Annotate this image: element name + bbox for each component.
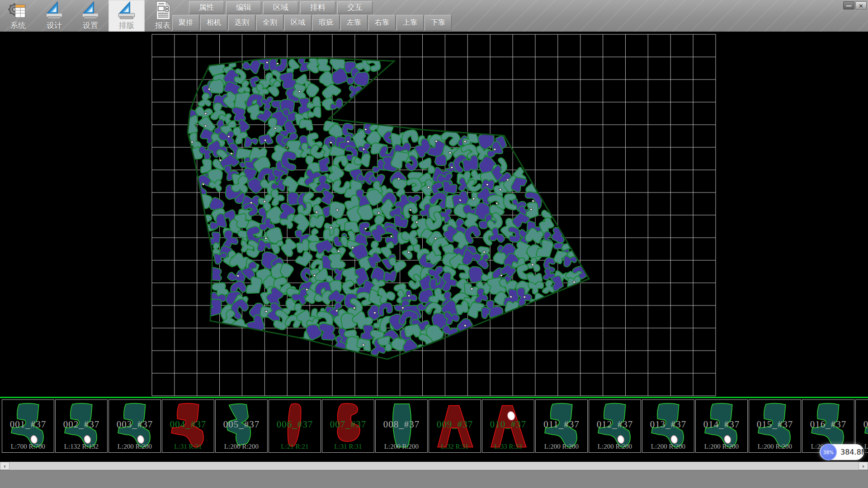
tool-button-label: 右靠 bbox=[375, 18, 389, 28]
piece-label: 002_#37 bbox=[56, 419, 107, 430]
menu-button-label: 排料 bbox=[310, 2, 326, 13]
piece-label: 001_#37 bbox=[2, 419, 54, 430]
menu-button-1[interactable]: 属性 bbox=[189, 1, 224, 14]
menu-button-3[interactable]: 区域 bbox=[263, 1, 298, 14]
menu-button-4[interactable]: 排料 bbox=[300, 1, 335, 14]
piece-label: 003_#37 bbox=[109, 419, 160, 430]
tool-button-8[interactable]: 右靠 bbox=[368, 15, 396, 31]
tool-button-1[interactable]: 聚排 bbox=[172, 15, 199, 31]
set-square-icon bbox=[116, 1, 137, 20]
thumbnail-cell-14[interactable]: 014_#37L:200 R:200 bbox=[695, 399, 748, 453]
thumbnail-cell-5[interactable]: 005_#37L:200 R:200 bbox=[215, 399, 268, 453]
scroll-right-button[interactable]: › bbox=[859, 462, 868, 470]
tool-button-4[interactable]: 全割 bbox=[256, 15, 283, 31]
piece-label: 012_#37 bbox=[589, 419, 641, 430]
minimize-button[interactable]: — bbox=[843, 1, 854, 9]
tool-button-3[interactable]: 选割 bbox=[228, 15, 255, 31]
piece-label: 015_#37 bbox=[749, 419, 801, 430]
progress-percent: 38% bbox=[823, 450, 834, 455]
nav-button-3[interactable]: 设置 bbox=[72, 0, 108, 32]
close-icon: × bbox=[859, 2, 863, 9]
nav-button-2[interactable]: 设计 bbox=[36, 0, 72, 32]
nav-button-label: 设计 bbox=[47, 20, 62, 31]
piece-lr-count: L:200 R:200 bbox=[696, 443, 747, 450]
thumbnail-cell-9[interactable]: 009_#37L:32 R:31 bbox=[429, 399, 481, 453]
tool-button-6[interactable]: 瑕疵 bbox=[312, 15, 340, 31]
thumbnail-cell-1[interactable]: 001_#37L:700 R:700 bbox=[2, 399, 54, 453]
nav-button-label: 报表 bbox=[155, 20, 170, 31]
status-bar bbox=[0, 470, 868, 488]
thumbnail-cell-4[interactable]: 004_#37L:31 R:31 bbox=[162, 399, 214, 453]
tool-button-label: 下靠 bbox=[431, 18, 445, 28]
piece-label: 014_#37 bbox=[696, 419, 747, 430]
piece-lr-count: L:200 R:200 bbox=[749, 443, 801, 450]
progress-circle: 38% bbox=[820, 444, 837, 460]
piece-label: 005_#37 bbox=[216, 419, 267, 430]
window-controls: —× bbox=[843, 1, 867, 9]
menu-row-tools: 聚排相机选割全割区域瑕疵左靠右靠上靠下靠 bbox=[172, 15, 453, 31]
thumbnail-cell-10[interactable]: 010_#37L:33 R:33 bbox=[482, 399, 534, 453]
tool-button-5[interactable]: 区域 bbox=[284, 15, 311, 31]
tool-button-7[interactable]: 左靠 bbox=[340, 15, 368, 31]
piece-label: 017_#37 bbox=[856, 419, 868, 430]
piece-lr-count: L:200 R:200 bbox=[589, 443, 641, 450]
tool-button-label: 相机 bbox=[207, 18, 221, 28]
thumbnail-cell-13[interactable]: 013_#37L:200 R:200 bbox=[642, 399, 694, 453]
piece-lr-count: L:700 R:700 bbox=[2, 443, 54, 450]
menu-button-label: 属性 bbox=[199, 2, 214, 13]
piece-lr-count: L:21 R:21 bbox=[269, 443, 321, 450]
thumbnail-cell-3[interactable]: 003_#37L:200 R:200 bbox=[108, 399, 161, 453]
nav-button-4[interactable]: 排版 bbox=[108, 0, 145, 32]
set-square-icon bbox=[44, 1, 65, 20]
tool-button-10[interactable]: 下靠 bbox=[425, 15, 452, 31]
thumbnail-cell-6[interactable]: 006_#37L:21 R:21 bbox=[269, 399, 321, 453]
thumbnail-strip: 001_#37L:700 R:700002_#37L:132 R:132003_… bbox=[0, 397, 868, 456]
piece-label: 011_#37 bbox=[536, 419, 587, 430]
nesting-layout-svg[interactable] bbox=[0, 32, 868, 397]
thumbnail-cell-2[interactable]: 002_#37L:132 R:132 bbox=[55, 399, 108, 453]
nesting-canvas[interactable] bbox=[0, 32, 868, 397]
toolbar: 系统设计设置排版报表 属性编辑区域排料交互 聚排相机选割全割区域瑕疵左靠右靠上靠… bbox=[0, 0, 868, 32]
piece-lr-count: L:200 R:200 bbox=[216, 443, 267, 450]
tool-button-label: 区域 bbox=[291, 18, 305, 28]
chevron-left-icon: ‹ bbox=[4, 463, 6, 469]
tool-button-label: 全割 bbox=[263, 18, 277, 28]
piece-label: 004_#37 bbox=[162, 419, 214, 430]
thumbnail-cell-15[interactable]: 015_#37L:200 R:200 bbox=[749, 399, 801, 453]
tool-button-9[interactable]: 上靠 bbox=[396, 15, 424, 31]
app-window: 系统设计设置排版报表 属性编辑区域排料交互 聚排相机选割全割区域瑕疵左靠右靠上靠… bbox=[0, 0, 868, 488]
menu-button-label: 交互 bbox=[347, 2, 363, 13]
menu-button-label: 区域 bbox=[273, 2, 288, 13]
piece-lr-count: L:132 R:132 bbox=[56, 443, 107, 450]
tool-button-2[interactable]: 相机 bbox=[200, 15, 227, 31]
nested-pieces-layer bbox=[183, 52, 589, 359]
piece-lr-count: L:200 R:200 bbox=[109, 443, 160, 450]
nav-button-1[interactable]: 系统 bbox=[0, 0, 36, 32]
report-document-icon bbox=[152, 1, 173, 20]
piece-label: 010_#37 bbox=[482, 419, 534, 430]
piece-label: 006_#37 bbox=[269, 419, 321, 430]
horizontal-scrollbar[interactable]: ‹ › bbox=[0, 462, 868, 470]
nav-button-label: 排版 bbox=[119, 20, 134, 31]
tool-button-label: 瑕疵 bbox=[319, 18, 333, 28]
piece-lr-count: L:200 R:200 bbox=[536, 443, 587, 450]
piece-label: 016_#37 bbox=[802, 419, 854, 430]
thumbnail-cell-12[interactable]: 012_#37L:200 R:200 bbox=[589, 399, 641, 453]
thumbnail-cell-7[interactable]: 007_#37L:31 R:31 bbox=[322, 399, 374, 453]
scroll-left-button[interactable]: ‹ bbox=[0, 462, 9, 470]
thumbnail-cell-11[interactable]: 011_#37L:200 R:200 bbox=[535, 399, 588, 453]
menu-button-5[interactable]: 交互 bbox=[337, 1, 373, 14]
thumbnail-cell-8[interactable]: 008_#37L:200 R:200 bbox=[375, 399, 428, 453]
chevron-right-icon: › bbox=[862, 463, 864, 469]
piece-label: 013_#37 bbox=[642, 419, 694, 430]
menu-button-2[interactable]: 编辑 bbox=[226, 1, 261, 14]
piece-label: 009_#37 bbox=[429, 419, 481, 430]
close-button[interactable]: × bbox=[855, 1, 867, 9]
piece-lr-count: L:31 R:31 bbox=[162, 443, 214, 450]
nav-button-label: 系统 bbox=[10, 20, 26, 31]
set-square-icon bbox=[80, 1, 101, 20]
nav-button-group: 系统设计设置排版报表 bbox=[0, 0, 181, 32]
piece-lr-count: L:200 R:200 bbox=[376, 443, 427, 450]
tool-button-label: 左靠 bbox=[347, 18, 361, 28]
minimize-icon: — bbox=[846, 2, 852, 9]
